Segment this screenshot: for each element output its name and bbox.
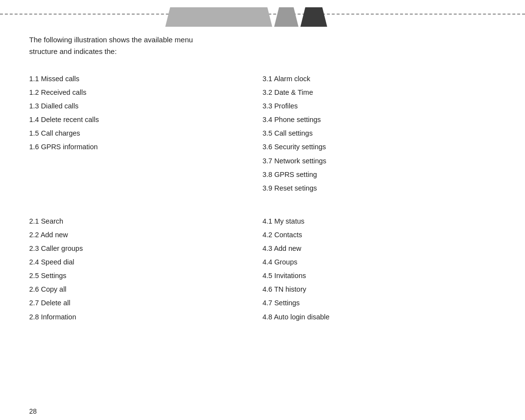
- column-contacts: 2.1 Search2.2 Add new2.3 Caller groups2.…: [29, 214, 262, 324]
- list-item: 4.1 My status: [262, 214, 496, 228]
- page-number: 28: [29, 407, 37, 415]
- menu-section-2: 2.1 Search2.2 Add new2.3 Caller groups2.…: [29, 214, 496, 324]
- list-item: 2.8 Information: [29, 310, 262, 324]
- list-item: 1.5 Call charges: [29, 126, 262, 140]
- list-item: 4.2 Contacts: [262, 228, 496, 242]
- list-item: 1.2 Received calls: [29, 86, 262, 99]
- tab-large: [165, 7, 272, 27]
- list-item: 1.1 Missed calls: [29, 72, 262, 86]
- list-item: 1.3 Dialled calls: [29, 99, 262, 113]
- list-item: 4.3 Add new: [262, 242, 496, 255]
- list-item: 1.4 Delete recent calls: [29, 113, 262, 126]
- list-item: 3.8 GPRS setting: [262, 168, 496, 181]
- list-item: 2.3 Caller groups: [29, 242, 262, 255]
- list-item: 2.5 Settings: [29, 269, 262, 282]
- list-item: 1.6 GPRS information: [29, 140, 262, 154]
- list-item: 2.7 Delete all: [29, 296, 262, 310]
- list-item: 3.4 Phone settings: [262, 113, 496, 126]
- list-item: 4.8 Auto login disable: [262, 310, 496, 324]
- list-item: 3.9 Reset setings: [262, 181, 496, 195]
- menu-section-1: 1.1 Missed calls1.2 Received calls1.3 Di…: [29, 72, 496, 195]
- tab-dark: [300, 7, 327, 27]
- list-item: 2.2 Add new: [29, 228, 262, 242]
- list-item: 2.6 Copy all: [29, 282, 262, 296]
- list-item: 3.1 Alarm clock: [262, 72, 496, 86]
- column-settings: 3.1 Alarm clock3.2 Date & Time3.3 Profil…: [262, 72, 496, 195]
- list-item: 4.7 Settings: [262, 296, 496, 310]
- list-item: 2.1 Search: [29, 214, 262, 228]
- tab-area: [165, 0, 327, 27]
- list-item: 3.7 Network settings: [262, 154, 496, 168]
- list-item: 4.6 TN history: [262, 282, 496, 296]
- list-item: 4.4 Groups: [262, 255, 496, 269]
- tab-small: [274, 7, 298, 27]
- list-item: 3.2 Date & Time: [262, 86, 496, 99]
- intro-line1: The following illustration shows the ava…: [29, 34, 496, 46]
- intro-line2: structure and indicates the:: [29, 46, 496, 57]
- list-item: 2.4 Speed dial: [29, 255, 262, 269]
- column-messaging: 4.1 My status4.2 Contacts4.3 Add new4.4 …: [262, 214, 496, 324]
- top-header: [0, 0, 525, 29]
- list-item: 3.5 Call settings: [262, 126, 496, 140]
- list-item: 3.6 Security settings: [262, 140, 496, 154]
- list-item: 3.3 Profiles: [262, 99, 496, 113]
- column-calls: 1.1 Missed calls1.2 Received calls1.3 Di…: [29, 72, 262, 195]
- list-item: 4.5 Invitations: [262, 269, 496, 282]
- intro-paragraph: The following illustration shows the ava…: [29, 34, 496, 57]
- main-content: The following illustration shows the ava…: [29, 34, 496, 401]
